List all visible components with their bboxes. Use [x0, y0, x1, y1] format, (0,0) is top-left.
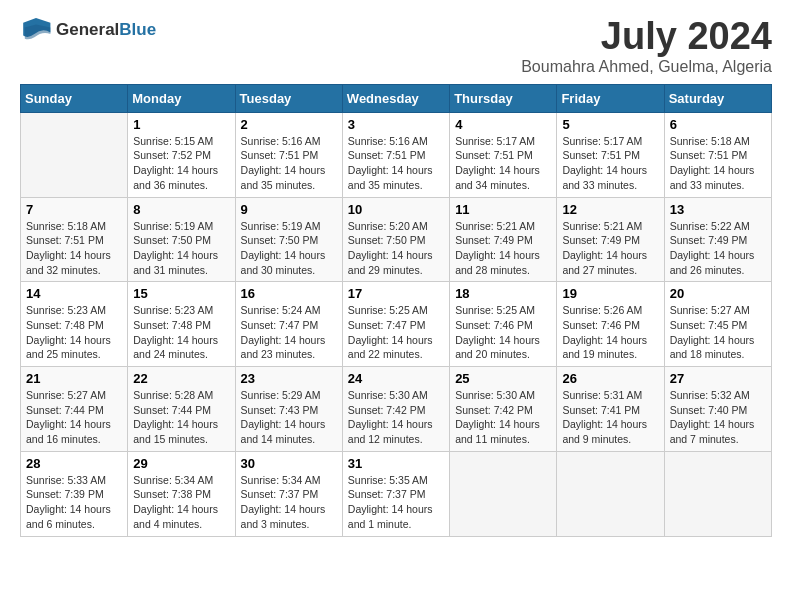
calendar-cell: 14Sunrise: 5:23 AM Sunset: 7:48 PM Dayli…: [21, 282, 128, 367]
day-number: 26: [562, 371, 658, 386]
day-info: Sunrise: 5:19 AM Sunset: 7:50 PM Dayligh…: [133, 219, 229, 278]
day-info: Sunrise: 5:28 AM Sunset: 7:44 PM Dayligh…: [133, 388, 229, 447]
title-block: July 2024 Boumahra Ahmed, Guelma, Algeri…: [521, 16, 772, 76]
day-info: Sunrise: 5:15 AM Sunset: 7:52 PM Dayligh…: [133, 134, 229, 193]
calendar-cell: 26Sunrise: 5:31 AM Sunset: 7:41 PM Dayli…: [557, 367, 664, 452]
calendar-cell: 4Sunrise: 5:17 AM Sunset: 7:51 PM Daylig…: [450, 112, 557, 197]
calendar-cell: 29Sunrise: 5:34 AM Sunset: 7:38 PM Dayli…: [128, 451, 235, 536]
calendar-cell: 19Sunrise: 5:26 AM Sunset: 7:46 PM Dayli…: [557, 282, 664, 367]
calendar-cell: 24Sunrise: 5:30 AM Sunset: 7:42 PM Dayli…: [342, 367, 449, 452]
day-number: 22: [133, 371, 229, 386]
day-info: Sunrise: 5:17 AM Sunset: 7:51 PM Dayligh…: [562, 134, 658, 193]
calendar-cell: [450, 451, 557, 536]
day-info: Sunrise: 5:25 AM Sunset: 7:46 PM Dayligh…: [455, 303, 551, 362]
calendar-table: SundayMondayTuesdayWednesdayThursdayFrid…: [20, 84, 772, 537]
day-number: 28: [26, 456, 122, 471]
day-number: 17: [348, 286, 444, 301]
calendar-cell: 11Sunrise: 5:21 AM Sunset: 7:49 PM Dayli…: [450, 197, 557, 282]
day-number: 16: [241, 286, 337, 301]
calendar-cell: 1Sunrise: 5:15 AM Sunset: 7:52 PM Daylig…: [128, 112, 235, 197]
day-number: 9: [241, 202, 337, 217]
calendar-cell: 6Sunrise: 5:18 AM Sunset: 7:51 PM Daylig…: [664, 112, 771, 197]
day-number: 10: [348, 202, 444, 217]
day-info: Sunrise: 5:27 AM Sunset: 7:45 PM Dayligh…: [670, 303, 766, 362]
day-info: Sunrise: 5:30 AM Sunset: 7:42 PM Dayligh…: [455, 388, 551, 447]
calendar-cell: 28Sunrise: 5:33 AM Sunset: 7:39 PM Dayli…: [21, 451, 128, 536]
logo-text-block: GeneralBlue: [56, 21, 156, 40]
calendar-cell: 7Sunrise: 5:18 AM Sunset: 7:51 PM Daylig…: [21, 197, 128, 282]
weekday-header: Tuesday: [235, 84, 342, 112]
day-info: Sunrise: 5:32 AM Sunset: 7:40 PM Dayligh…: [670, 388, 766, 447]
day-number: 13: [670, 202, 766, 217]
calendar-cell: 2Sunrise: 5:16 AM Sunset: 7:51 PM Daylig…: [235, 112, 342, 197]
logo-general: General: [56, 20, 119, 39]
day-number: 12: [562, 202, 658, 217]
calendar-cell: 16Sunrise: 5:24 AM Sunset: 7:47 PM Dayli…: [235, 282, 342, 367]
day-info: Sunrise: 5:34 AM Sunset: 7:38 PM Dayligh…: [133, 473, 229, 532]
day-number: 8: [133, 202, 229, 217]
day-info: Sunrise: 5:30 AM Sunset: 7:42 PM Dayligh…: [348, 388, 444, 447]
day-number: 2: [241, 117, 337, 132]
calendar-week-row: 7Sunrise: 5:18 AM Sunset: 7:51 PM Daylig…: [21, 197, 772, 282]
day-number: 3: [348, 117, 444, 132]
day-info: Sunrise: 5:21 AM Sunset: 7:49 PM Dayligh…: [455, 219, 551, 278]
calendar-cell: 23Sunrise: 5:29 AM Sunset: 7:43 PM Dayli…: [235, 367, 342, 452]
day-info: Sunrise: 5:35 AM Sunset: 7:37 PM Dayligh…: [348, 473, 444, 532]
calendar-week-row: 1Sunrise: 5:15 AM Sunset: 7:52 PM Daylig…: [21, 112, 772, 197]
day-number: 24: [348, 371, 444, 386]
calendar-cell: [557, 451, 664, 536]
calendar-cell: 22Sunrise: 5:28 AM Sunset: 7:44 PM Dayli…: [128, 367, 235, 452]
day-info: Sunrise: 5:34 AM Sunset: 7:37 PM Dayligh…: [241, 473, 337, 532]
calendar-cell: 3Sunrise: 5:16 AM Sunset: 7:51 PM Daylig…: [342, 112, 449, 197]
calendar-cell: 27Sunrise: 5:32 AM Sunset: 7:40 PM Dayli…: [664, 367, 771, 452]
day-number: 23: [241, 371, 337, 386]
weekday-header: Wednesday: [342, 84, 449, 112]
day-info: Sunrise: 5:16 AM Sunset: 7:51 PM Dayligh…: [241, 134, 337, 193]
calendar-cell: [21, 112, 128, 197]
calendar-cell: 5Sunrise: 5:17 AM Sunset: 7:51 PM Daylig…: [557, 112, 664, 197]
weekday-header: Thursday: [450, 84, 557, 112]
day-number: 27: [670, 371, 766, 386]
day-info: Sunrise: 5:16 AM Sunset: 7:51 PM Dayligh…: [348, 134, 444, 193]
calendar-cell: 20Sunrise: 5:27 AM Sunset: 7:45 PM Dayli…: [664, 282, 771, 367]
day-info: Sunrise: 5:31 AM Sunset: 7:41 PM Dayligh…: [562, 388, 658, 447]
day-number: 6: [670, 117, 766, 132]
weekday-header: Sunday: [21, 84, 128, 112]
day-number: 11: [455, 202, 551, 217]
day-number: 21: [26, 371, 122, 386]
day-info: Sunrise: 5:20 AM Sunset: 7:50 PM Dayligh…: [348, 219, 444, 278]
day-info: Sunrise: 5:25 AM Sunset: 7:47 PM Dayligh…: [348, 303, 444, 362]
day-info: Sunrise: 5:26 AM Sunset: 7:46 PM Dayligh…: [562, 303, 658, 362]
day-number: 31: [348, 456, 444, 471]
day-info: Sunrise: 5:18 AM Sunset: 7:51 PM Dayligh…: [670, 134, 766, 193]
weekday-header: Friday: [557, 84, 664, 112]
day-info: Sunrise: 5:21 AM Sunset: 7:49 PM Dayligh…: [562, 219, 658, 278]
calendar-cell: 10Sunrise: 5:20 AM Sunset: 7:50 PM Dayli…: [342, 197, 449, 282]
day-number: 4: [455, 117, 551, 132]
day-number: 15: [133, 286, 229, 301]
day-info: Sunrise: 5:22 AM Sunset: 7:49 PM Dayligh…: [670, 219, 766, 278]
day-info: Sunrise: 5:23 AM Sunset: 7:48 PM Dayligh…: [133, 303, 229, 362]
day-number: 20: [670, 286, 766, 301]
day-number: 14: [26, 286, 122, 301]
day-number: 19: [562, 286, 658, 301]
day-info: Sunrise: 5:19 AM Sunset: 7:50 PM Dayligh…: [241, 219, 337, 278]
calendar-cell: 8Sunrise: 5:19 AM Sunset: 7:50 PM Daylig…: [128, 197, 235, 282]
calendar-cell: [664, 451, 771, 536]
location-subtitle: Boumahra Ahmed, Guelma, Algeria: [521, 58, 772, 76]
calendar-cell: 30Sunrise: 5:34 AM Sunset: 7:37 PM Dayli…: [235, 451, 342, 536]
weekday-header: Saturday: [664, 84, 771, 112]
calendar-cell: 21Sunrise: 5:27 AM Sunset: 7:44 PM Dayli…: [21, 367, 128, 452]
month-year-title: July 2024: [521, 16, 772, 58]
logo-icon: [20, 16, 52, 44]
day-info: Sunrise: 5:17 AM Sunset: 7:51 PM Dayligh…: [455, 134, 551, 193]
weekday-header: Monday: [128, 84, 235, 112]
day-number: 25: [455, 371, 551, 386]
day-info: Sunrise: 5:33 AM Sunset: 7:39 PM Dayligh…: [26, 473, 122, 532]
day-number: 1: [133, 117, 229, 132]
weekday-header-row: SundayMondayTuesdayWednesdayThursdayFrid…: [21, 84, 772, 112]
day-info: Sunrise: 5:23 AM Sunset: 7:48 PM Dayligh…: [26, 303, 122, 362]
day-info: Sunrise: 5:29 AM Sunset: 7:43 PM Dayligh…: [241, 388, 337, 447]
day-info: Sunrise: 5:24 AM Sunset: 7:47 PM Dayligh…: [241, 303, 337, 362]
day-number: 18: [455, 286, 551, 301]
